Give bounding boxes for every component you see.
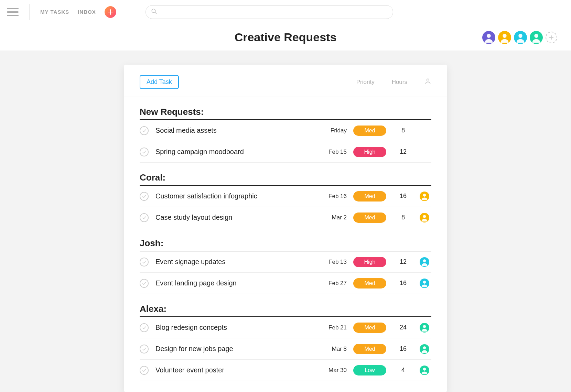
- section-title: New Requests:: [140, 107, 431, 120]
- svg-point-9: [534, 34, 538, 37]
- section-title: Coral:: [140, 172, 431, 186]
- hours-value: 24: [393, 324, 413, 331]
- task-section: Coral:Customer satisfaction infographicF…: [124, 172, 447, 228]
- task-row[interactable]: Spring campaign moodboardFeb 15High12: [140, 141, 431, 163]
- svg-point-3: [487, 34, 491, 37]
- task-name: Case study layout design: [155, 214, 312, 221]
- search-input[interactable]: [146, 5, 393, 19]
- task-row[interactable]: Volunteer event posterMar 30Low4: [140, 360, 431, 381]
- task-section: Alexa:Blog redesign conceptsFeb 21Med24D…: [124, 304, 447, 381]
- priority-pill[interactable]: Med: [353, 213, 386, 223]
- complete-checkbox[interactable]: [140, 258, 149, 266]
- due-date: Feb 15: [316, 149, 347, 155]
- task-name: Spring campaign moodboard: [155, 148, 312, 156]
- task-name: Blog redesign concepts: [155, 324, 312, 331]
- task-name: Event landing page design: [155, 279, 312, 287]
- add-member-button[interactable]: [546, 32, 557, 43]
- assignee-avatar: [420, 147, 429, 157]
- task-name: Volunteer event poster: [155, 366, 312, 374]
- task-row[interactable]: Event signage updatesFeb 13High12: [140, 251, 431, 273]
- hours-value: 12: [393, 148, 413, 155]
- task-row[interactable]: Blog redesign conceptsFeb 21Med24: [140, 317, 431, 338]
- assignee-avatar[interactable]: [420, 366, 429, 375]
- member-avatar[interactable]: [514, 31, 527, 44]
- task-name: Social media assets: [155, 127, 312, 134]
- add-task-button[interactable]: Add Task: [140, 75, 179, 89]
- svg-point-12: [423, 194, 426, 196]
- task-row[interactable]: Event landing page designFeb 27Med16: [140, 273, 431, 294]
- nav-inbox[interactable]: INBOX: [78, 9, 96, 15]
- priority-pill[interactable]: High: [353, 257, 386, 267]
- hours-value: 8: [393, 214, 413, 221]
- priority-pill[interactable]: Low: [353, 365, 386, 375]
- top-nav: MY TASKS INBOX: [0, 0, 571, 24]
- complete-checkbox[interactable]: [140, 366, 149, 375]
- complete-checkbox[interactable]: [140, 345, 149, 353]
- page-title: Creative Requests: [235, 31, 337, 44]
- person-icon: [424, 78, 431, 86]
- due-date: Mar 8: [316, 346, 347, 352]
- assignee-avatar[interactable]: [420, 213, 429, 222]
- search-field: [146, 5, 393, 19]
- priority-pill[interactable]: Med: [353, 191, 386, 202]
- assignee-avatar[interactable]: [420, 344, 429, 354]
- content-area: Add Task Priority Hours New Requests:Soc…: [0, 51, 571, 392]
- due-date: Mar 30: [316, 367, 347, 374]
- complete-checkbox[interactable]: [140, 192, 149, 201]
- task-board: Add Task Priority Hours New Requests:Soc…: [124, 65, 447, 392]
- assignee-avatar[interactable]: [420, 257, 429, 267]
- section-title: Alexa:: [140, 304, 431, 317]
- svg-point-7: [518, 34, 522, 37]
- hours-value: 8: [393, 127, 413, 134]
- task-row[interactable]: Case study layout designMar 2Med8: [140, 207, 431, 228]
- search-icon: [151, 8, 157, 16]
- complete-checkbox[interactable]: [140, 279, 149, 288]
- nav-my-tasks[interactable]: MY TASKS: [40, 9, 69, 15]
- assignee-avatar: [420, 126, 429, 135]
- new-item-button[interactable]: [105, 6, 116, 18]
- board-header: Add Task Priority Hours: [124, 72, 447, 97]
- task-name: Event signage updates: [155, 258, 312, 266]
- priority-pill[interactable]: Med: [353, 323, 386, 333]
- members-list: [482, 31, 557, 44]
- task-row[interactable]: Social media assetsFridayMed8: [140, 120, 431, 141]
- due-date: Feb 16: [316, 193, 347, 200]
- section-title: Josh:: [140, 238, 431, 251]
- svg-point-20: [423, 325, 426, 328]
- hours-value: 16: [393, 345, 413, 352]
- task-row[interactable]: Design for new jobs pageMar 8Med16: [140, 338, 431, 360]
- svg-line-1: [155, 12, 157, 14]
- due-date: Feb 27: [316, 280, 347, 287]
- task-section: Josh:Event signage updatesFeb 13High12Ev…: [124, 238, 447, 294]
- member-avatar[interactable]: [482, 31, 495, 44]
- complete-checkbox[interactable]: [140, 323, 149, 332]
- complete-checkbox[interactable]: [140, 126, 149, 135]
- svg-point-14: [423, 215, 426, 218]
- menu-icon[interactable]: [7, 6, 19, 18]
- task-name: Customer satisfaction infographic: [155, 192, 312, 200]
- priority-pill[interactable]: Med: [353, 278, 386, 288]
- complete-checkbox[interactable]: [140, 213, 149, 222]
- hours-value: 4: [393, 367, 413, 374]
- due-date: Feb 13: [316, 259, 347, 265]
- member-avatar[interactable]: [498, 31, 511, 44]
- svg-point-16: [423, 259, 426, 262]
- assignee-avatar[interactable]: [420, 279, 429, 288]
- priority-pill[interactable]: Med: [353, 344, 386, 354]
- assignee-avatar[interactable]: [420, 323, 429, 333]
- priority-pill[interactable]: High: [353, 147, 386, 157]
- member-avatar[interactable]: [530, 31, 543, 44]
- due-date: Friday: [316, 127, 347, 134]
- complete-checkbox[interactable]: [140, 148, 149, 156]
- task-row[interactable]: Customer satisfaction infographicFeb 16M…: [140, 186, 431, 207]
- task-name: Design for new jobs page: [155, 345, 312, 353]
- col-priority-header: Priority: [356, 79, 375, 86]
- svg-point-18: [423, 281, 426, 283]
- priority-pill[interactable]: Med: [353, 126, 386, 136]
- title-bar: Creative Requests: [0, 24, 571, 51]
- task-section: New Requests:Social media assetsFridayMe…: [124, 107, 447, 163]
- svg-point-24: [423, 368, 426, 370]
- hours-value: 16: [393, 193, 413, 200]
- assignee-avatar[interactable]: [420, 192, 429, 201]
- due-date: Mar 2: [316, 214, 347, 221]
